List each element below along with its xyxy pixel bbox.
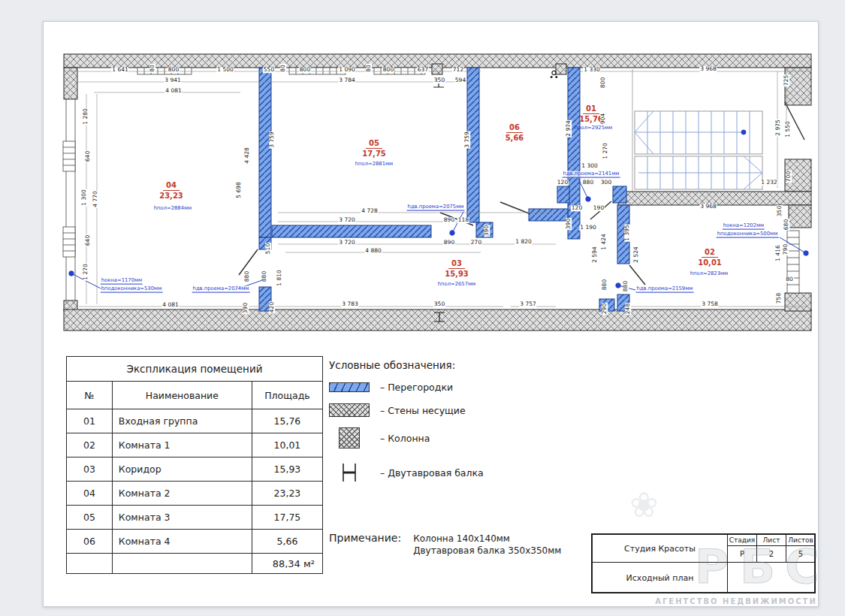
- note: Примечание: Колонна 140х140мм Двутаврова…: [329, 532, 561, 557]
- sheets-header: Листов: [786, 535, 815, 546]
- note-line-2: Двутавровая балка 350х350мм: [413, 545, 561, 557]
- stairs: [635, 111, 762, 189]
- explication-rows: 01Входная группа15,7602Комната 110,0103К…: [67, 409, 323, 574]
- note-line-1: Колонна 140х140мм: [413, 533, 561, 545]
- legend-item-column: – Колонна: [329, 427, 484, 448]
- legend-item-bearing-walls: – Стены несущие: [329, 403, 484, 417]
- legend-item-partitions: – Перегородки: [329, 382, 484, 393]
- table-row: 05Комната 317,75: [67, 506, 323, 530]
- sheets-value: 5: [786, 546, 815, 563]
- explication-title: Экспликация помещений: [67, 357, 323, 382]
- col-header-area: Площадь: [252, 382, 322, 409]
- sheet-value: 2: [757, 546, 786, 563]
- col-header-number: №: [67, 382, 113, 409]
- load-bearing-walls: [64, 54, 811, 331]
- table-total-row: 88,34 м²: [67, 554, 323, 574]
- windows: [63, 68, 799, 300]
- sheet-header: Лист: [757, 535, 786, 546]
- floor-plan: [60, 53, 815, 334]
- document-name: Исходный план: [593, 563, 728, 593]
- table-row: 03Коридор15,93: [67, 457, 323, 482]
- table-row: 06Комната 45,66: [67, 530, 323, 554]
- title-block: Студия Красоты Стадия Лист Листов Р 2 5 …: [591, 533, 816, 593]
- partition-walls: [259, 68, 629, 311]
- table-row: 02Комната 110,01: [67, 433, 323, 457]
- bearing-wall-swatch-icon: [329, 403, 370, 417]
- table-row: 04Комната 223,23: [67, 482, 323, 506]
- title-block-empty-cell: [728, 563, 815, 593]
- stage-header: Стадия: [728, 535, 757, 546]
- sanitary-fixture-icon: [549, 68, 559, 83]
- legend-title: Условные обозначения:: [329, 359, 484, 371]
- column-swatch-icon: [339, 427, 360, 448]
- page: { "colors":{"partition_blue":"#7da7ea","…: [0, 0, 845, 616]
- legend: Условные обозначения: – Перегородки – Ст…: [329, 359, 484, 494]
- stage-value: Р: [728, 546, 757, 563]
- ibeam-swatch-icon: [340, 462, 359, 483]
- partition-swatch-icon: [329, 382, 370, 392]
- project-name: Студия Красоты: [593, 535, 728, 563]
- col-header-name: Наименование: [112, 382, 252, 409]
- note-label: Примечание:: [329, 532, 401, 557]
- explication-table: Экспликация помещений № Наименование Пло…: [66, 356, 323, 574]
- table-row: 01Входная группа15,76: [67, 409, 323, 433]
- ibeam-symbols: [433, 78, 445, 322]
- legend-item-ibeam: – Двутавровая балка: [329, 462, 484, 483]
